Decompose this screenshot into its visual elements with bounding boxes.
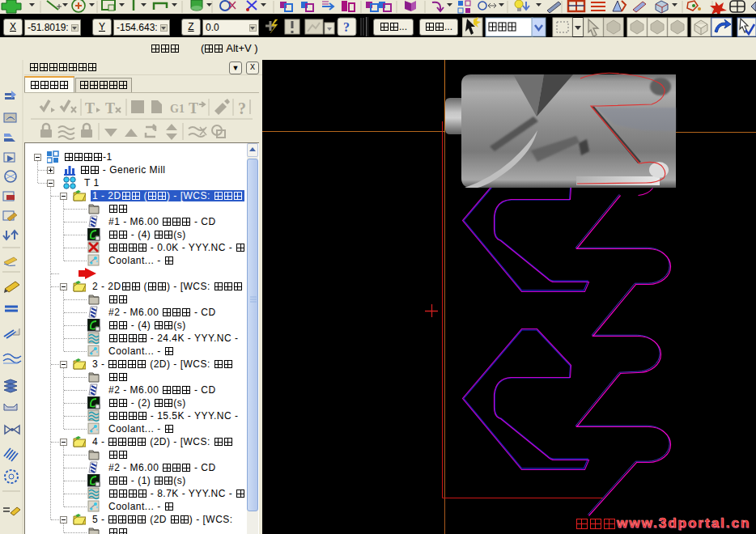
svg-text:T: T xyxy=(85,100,95,117)
svg-text:T: T xyxy=(189,100,198,117)
svg-text:?: ? xyxy=(343,20,350,34)
svg-text:G1: G1 xyxy=(170,103,185,115)
svg-text:?: ? xyxy=(238,100,246,117)
svg-text:T: T xyxy=(105,100,115,117)
